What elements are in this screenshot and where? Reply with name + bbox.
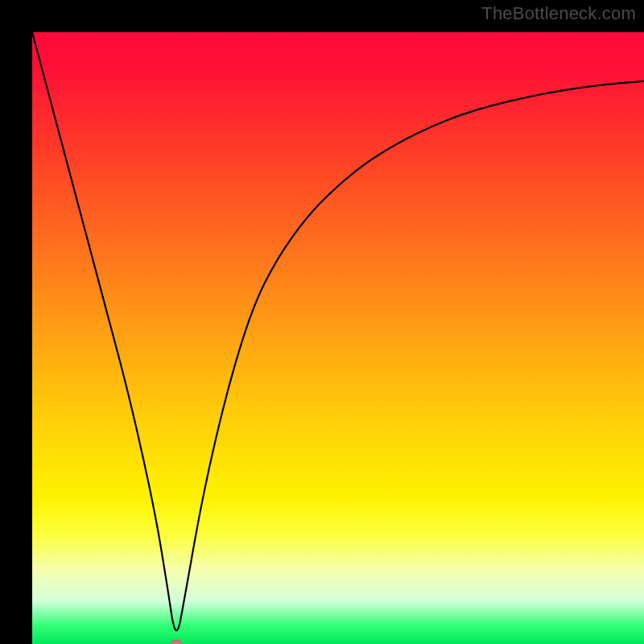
optimal-point-marker [171, 640, 182, 644]
watermark-text: TheBottleneck.com [481, 3, 636, 24]
chart-svg [32, 32, 644, 644]
bottleneck-curve [32, 32, 644, 630]
chart-frame [16, 16, 628, 628]
plot-area [32, 32, 644, 644]
